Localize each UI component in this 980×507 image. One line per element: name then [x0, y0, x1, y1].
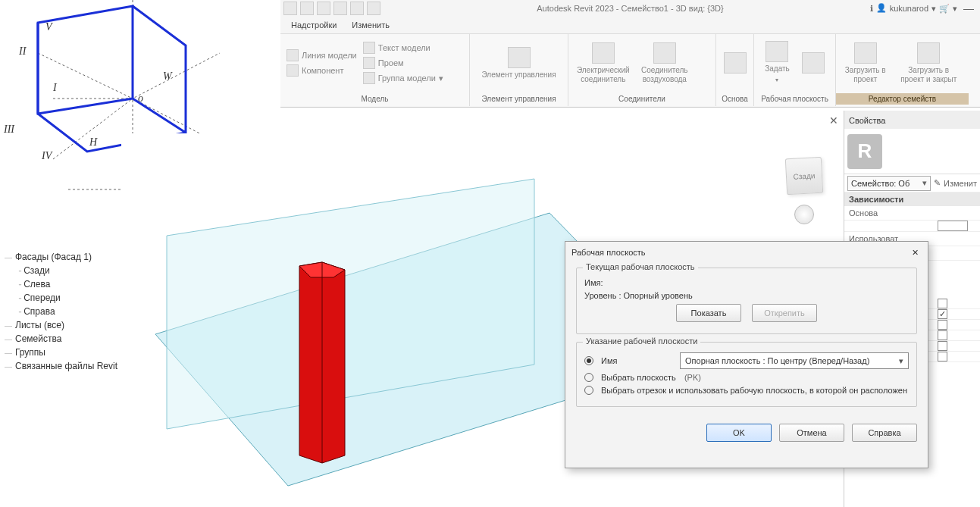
prop-checkbox[interactable]: [938, 309, 947, 319]
plane-name-select[interactable]: Опорная плоскость : По центру (Вперед/На…: [680, 352, 909, 369]
radio-pick-line-label: Выбрать отрезок и использовать рабочую п…: [601, 386, 907, 395]
prop-checkbox[interactable]: [938, 299, 947, 308]
redo-icon[interactable]: [350, 2, 364, 15]
duct-connector-button[interactable]: Соединитель воздуховода: [637, 36, 693, 90]
work-plane-dialog: Рабочая плоскость ✕ Текущая рабочая плос…: [565, 241, 928, 468]
ribbon-tab-addins[interactable]: Надстройки: [286, 19, 341, 31]
ribbon-tabs: Надстройки Изменить: [280, 17, 980, 33]
window-controls: —: [957, 0, 980, 17]
ref-line-icon: [724, 52, 747, 74]
nav-wheel-icon[interactable]: [794, 205, 814, 224]
user-icon[interactable]: 👤: [876, 3, 887, 14]
ribbon-panel-datum: Основа: [716, 34, 754, 106]
info-icon[interactable]: ℹ: [870, 4, 873, 14]
ref-line-button[interactable]: [721, 36, 750, 90]
prop-checkbox[interactable]: [938, 320, 947, 330]
prop-checkbox[interactable]: [938, 341, 947, 351]
quick-access-toolbar: [280, 2, 380, 15]
panel-label-control: Элемент управления: [474, 93, 563, 105]
prop-checkbox[interactable]: [938, 330, 947, 340]
edit-type-button[interactable]: ✎ Изменит: [934, 178, 977, 188]
detach-button: Открепить: [752, 304, 817, 322]
app-menu-icon[interactable]: [283, 2, 297, 15]
load-into-project-button[interactable]: Загрузить в проект: [841, 36, 890, 90]
close-view-button[interactable]: ✕: [827, 114, 841, 127]
electrical-icon: [592, 42, 615, 64]
set-workplane-icon: [766, 41, 788, 62]
view-cube-face[interactable]: Сзади: [785, 157, 823, 195]
prop-host-label: Основа: [844, 206, 935, 220]
control-element-button[interactable]: Элемент управления: [478, 36, 559, 90]
show-workplane-button[interactable]: [799, 36, 828, 90]
tree-facade-front[interactable]: Спереди: [0, 291, 136, 305]
tree-facades[interactable]: Фасады (Фасад 1): [0, 250, 136, 264]
panel-label-workplane: Рабочая плоскость: [759, 93, 831, 105]
ribbon-panel-connectors: Электрический соединитель Соединитель во…: [568, 34, 716, 106]
help-button[interactable]: Справка: [852, 424, 917, 442]
model-group-button[interactable]: Группа модели ▾: [362, 71, 445, 85]
section-constraints: Зависимости: [844, 192, 980, 206]
color-sample[interactable]: [938, 221, 968, 231]
component-button[interactable]: Компонент: [285, 64, 358, 77]
tree-families[interactable]: Семейства: [0, 332, 136, 346]
cart-icon[interactable]: 🛒: [939, 4, 950, 14]
ribbon-tab-modify[interactable]: Изменить: [347, 19, 394, 31]
radio-pick-plane[interactable]: [584, 373, 593, 382]
cancel-button[interactable]: Отмена: [779, 424, 844, 442]
name-label: Имя:: [584, 278, 603, 287]
radio-pick-line[interactable]: [584, 386, 593, 395]
panel-label-family-editor: Редактор семейств: [836, 93, 969, 105]
pipe-connector-icon[interactable]: [696, 45, 711, 61]
electrical-connector-button[interactable]: Электрический соединитель: [573, 36, 634, 90]
ribbon: Надстройки Изменить Линия модели Компоне…: [280, 17, 980, 108]
radio-by-name[interactable]: [584, 356, 593, 365]
undo-icon[interactable]: [333, 2, 347, 15]
save-icon[interactable]: [317, 2, 330, 15]
load-into-project-icon: [854, 42, 877, 64]
ribbon-panel-control: Элемент управления Элемент управления: [470, 34, 568, 106]
open-icon[interactable]: [300, 2, 314, 15]
model-line-button[interactable]: Линия модели: [285, 49, 358, 62]
current-workplane-group: Текущая рабочая плоскость Имя: Уровень :…: [576, 268, 917, 334]
opening-button[interactable]: Проем: [362, 56, 445, 70]
tree-facade-left[interactable]: Слева: [0, 277, 136, 291]
prop-checkbox[interactable]: [938, 352, 947, 361]
tree-facade-behind[interactable]: Сзади: [0, 264, 136, 277]
load-into-project-close-button[interactable]: Загрузить в проект и закрыт: [893, 36, 964, 90]
category-badge-icon: R: [847, 134, 882, 169]
dialog-title-text: Рабочая плоскость: [571, 248, 646, 257]
specify-workplane-group: Указание рабочей плоскости Имя Опорная п…: [576, 342, 917, 407]
panel-label-model: Модель: [285, 93, 465, 105]
duct-icon: [653, 42, 676, 64]
view-cube[interactable]: Сзади: [783, 142, 828, 226]
panel-label-datum: Основа: [721, 93, 749, 105]
svg-text:o: o: [138, 92, 143, 104]
tree-links[interactable]: Связанные файлы Revit: [0, 359, 136, 373]
user-area: ℹ 👤 kukunarod ▾ 🛒 ▾: [870, 3, 957, 14]
edit-type-icon: ✎: [934, 178, 941, 188]
ok-button[interactable]: OK: [706, 424, 772, 442]
window-title: Autodesk Revit 2023 - Семейство1 - 3D ви…: [537, 4, 724, 13]
tree-sheets[interactable]: Листы (все): [0, 318, 136, 332]
radio-by-name-label: Имя: [601, 356, 677, 365]
model-text-button[interactable]: Текст модели: [362, 41, 445, 55]
set-workplane-button[interactable]: Задать ▾: [762, 36, 793, 90]
ribbon-panel-model: Линия модели Компонент Текст модели Прое…: [280, 34, 470, 106]
load-into-project-close-icon: [917, 42, 940, 64]
cable-tray-connector-icon[interactable]: [696, 65, 711, 80]
ribbon-panel-workplane: Задать ▾ Рабочая плоскость: [754, 34, 836, 106]
tree-groups[interactable]: Группы: [0, 346, 136, 359]
show-button[interactable]: Показать: [676, 304, 741, 322]
tree-facade-right[interactable]: Справа: [0, 305, 136, 318]
print-icon[interactable]: [367, 2, 380, 15]
title-bar: Autodesk Revit 2023 - Семейство1 - 3D ви…: [280, 0, 980, 17]
properties-header: Свойства: [844, 111, 980, 130]
user-name[interactable]: kukunarod: [890, 4, 928, 13]
radio-pick-plane-hint: (PK): [684, 373, 701, 382]
svg-text:W: W: [163, 70, 173, 82]
type-selector[interactable]: Семейство: Об: [847, 176, 931, 191]
dialog-close-button[interactable]: ✕: [908, 246, 922, 259]
minimize-button[interactable]: —: [957, 0, 980, 17]
ribbon-panel-family-editor: Загрузить в проект Загрузить в проект и …: [836, 34, 969, 106]
svg-text:H: H: [89, 136, 98, 148]
